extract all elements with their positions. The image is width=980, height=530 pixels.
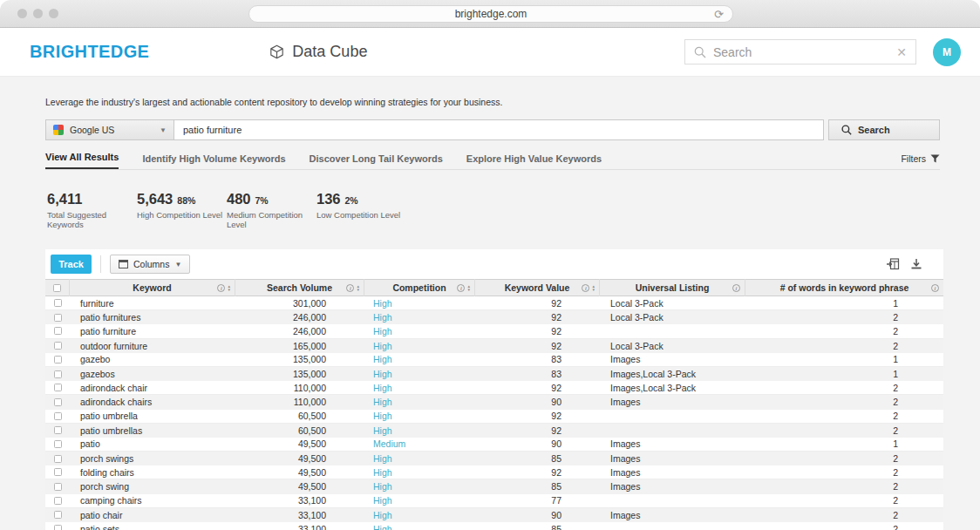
row-checkbox[interactable] <box>54 384 62 391</box>
word-count-cell: 2 <box>745 310 943 324</box>
competition-cell: High <box>364 409 475 423</box>
competition-cell: High <box>364 452 475 465</box>
avatar[interactable]: M <box>933 38 961 66</box>
info-icon[interactable]: i <box>582 284 589 292</box>
column-header[interactable] <box>45 279 70 296</box>
columns-button[interactable]: Columns ▼ <box>110 255 190 274</box>
global-search-input[interactable] <box>713 45 896 59</box>
keyword-cell: patio umbrellas <box>70 424 235 438</box>
row-checkbox-cell <box>45 479 70 493</box>
track-button[interactable]: Track <box>51 255 92 274</box>
row-checkbox-cell <box>45 310 70 324</box>
universal-listing-cell: Local 3-Pack <box>600 310 745 324</box>
search-volume-cell: 33,100 <box>235 522 364 530</box>
address-bar[interactable]: brightedge.com ⟳ <box>248 5 733 23</box>
row-checkbox[interactable] <box>54 426 62 434</box>
stat-block: 136 2% Low Competition Level <box>316 191 400 229</box>
keyword-value-cell: 92 <box>475 310 600 324</box>
row-checkbox[interactable] <box>54 299 62 307</box>
table-row: patio 49,500 Medium 90 Images 1 <box>45 438 943 452</box>
info-icon[interactable]: i <box>732 284 740 292</box>
keyword-value-cell: 90 <box>475 437 600 451</box>
filter-funnel-icon <box>930 154 940 163</box>
info-icon[interactable]: i <box>217 284 225 292</box>
column-header[interactable]: Keyword i ▴▾ <box>70 279 235 296</box>
keyword-cell: patio furniture <box>70 324 235 338</box>
table-toolbar: Track Columns ▼ <box>51 255 938 274</box>
competition-cell: High <box>364 465 475 479</box>
column-header[interactable]: Search Volume i ▴▾ <box>235 279 364 296</box>
row-checkbox-cell <box>45 493 70 507</box>
row-checkbox[interactable] <box>54 483 62 491</box>
row-checkbox[interactable] <box>54 327 62 335</box>
row-checkbox[interactable] <box>54 370 62 378</box>
column-header-label: Keyword <box>133 282 171 293</box>
tab[interactable]: Explore High Value Keywords <box>466 153 602 169</box>
column-header[interactable]: Keyword Value i ▴▾ <box>475 279 600 296</box>
competition-cell: High <box>364 352 475 366</box>
row-checkbox[interactable] <box>54 525 62 530</box>
keyword-cell: patio furnitures <box>70 310 235 324</box>
row-checkbox[interactable] <box>54 440 62 448</box>
search-icon <box>694 46 706 58</box>
window-close-button[interactable] <box>17 9 27 18</box>
row-checkbox[interactable] <box>54 356 62 364</box>
table-row: patio furniture 246,000 High 92 2 <box>45 324 943 338</box>
reload-icon[interactable]: ⟳ <box>714 8 724 21</box>
universal-listing-cell <box>600 324 745 338</box>
row-checkbox[interactable] <box>54 412 62 420</box>
select-all-checkbox[interactable] <box>53 284 61 292</box>
universal-listing-cell: Images,Local 3-Pack <box>600 367 745 381</box>
word-count-cell: 1 <box>745 367 943 381</box>
search-volume-cell: 49,500 <box>235 465 364 479</box>
keyword-value-cell: 92 <box>475 409 600 423</box>
sort-icon[interactable]: ▴▾ <box>228 284 230 291</box>
download-icon[interactable] <box>910 258 922 270</box>
search-volume-cell: 301,000 <box>235 296 364 310</box>
table-row: adirondack chair 110,000 High 92 Images,… <box>45 381 943 395</box>
row-checkbox[interactable] <box>54 455 62 463</box>
column-header[interactable]: Universal Listing i <box>600 279 745 296</box>
table-row: gazebo 135,000 High 83 Images 1 <box>45 353 943 367</box>
column-header[interactable]: # of words in keyword phrase i <box>745 279 943 296</box>
search-engine-dropdown[interactable]: Google US ▼ <box>45 119 174 140</box>
tabs: View All Results Identify High Volume Ke… <box>45 152 940 170</box>
keyword-query-input[interactable] <box>174 119 824 140</box>
keyword-value-cell: 85 <box>475 452 600 465</box>
column-header[interactable]: Competition i ▴▾ <box>364 279 475 296</box>
sort-icon[interactable]: ▴▾ <box>357 284 359 291</box>
sort-icon[interactable]: ▴▾ <box>467 284 470 291</box>
tab[interactable]: Identify High Volume Keywords <box>142 153 285 169</box>
keywords-table: Keyword i ▴▾ Search Volume i ▴▾ Competit… <box>45 279 943 530</box>
tab[interactable]: View All Results <box>45 152 119 169</box>
row-checkbox[interactable] <box>54 511 62 519</box>
info-icon[interactable]: i <box>931 284 939 292</box>
row-checkbox[interactable] <box>54 314 62 322</box>
filters-button[interactable]: Filters <box>901 153 940 164</box>
word-count-cell: 1 <box>745 352 943 366</box>
row-checkbox[interactable] <box>54 468 62 476</box>
table-row: porch swings 49,500 High 85 Images 2 <box>45 452 943 465</box>
export-table-icon[interactable] <box>887 258 900 270</box>
window-maximize-button[interactable] <box>49 9 58 18</box>
sort-icon[interactable]: ▴▾ <box>592 284 595 291</box>
global-search-box[interactable]: ✕ <box>684 39 916 65</box>
competition-cell: High <box>364 508 475 522</box>
keyword-cell: adirondack chair <box>70 381 235 395</box>
row-checkbox[interactable] <box>54 398 62 406</box>
browser-chrome: brightedge.com ⟳ <box>0 0 980 28</box>
tab[interactable]: Discover Long Tail Keywords <box>310 153 443 169</box>
row-checkbox[interactable] <box>54 342 62 350</box>
word-count-cell: 2 <box>745 493 943 507</box>
app-header: BRIGHTEDGE Data Cube ✕ M <box>0 28 980 77</box>
row-checkbox-cell <box>45 367 70 381</box>
info-icon[interactable]: i <box>346 284 354 292</box>
info-icon[interactable]: i <box>457 284 465 292</box>
row-checkbox[interactable] <box>54 497 62 505</box>
search-button[interactable]: Search <box>828 119 940 140</box>
window-minimize-button[interactable] <box>33 9 43 18</box>
word-count-cell: 1 <box>745 296 943 310</box>
universal-listing-cell: Images <box>600 508 745 522</box>
clear-search-icon[interactable]: ✕ <box>896 45 907 59</box>
intro-text: Leverage the industry's largest and acti… <box>45 77 943 107</box>
